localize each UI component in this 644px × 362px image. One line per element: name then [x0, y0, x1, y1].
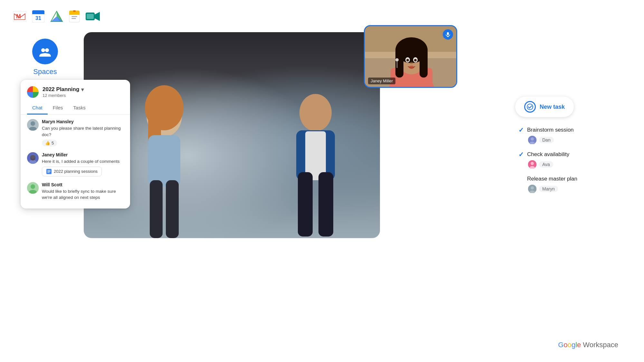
- doc-attachment-icon: [46, 169, 52, 174]
- svg-point-75: [531, 186, 534, 190]
- svg-point-72: [531, 162, 534, 165]
- svg-point-27: [299, 94, 332, 131]
- task-item-availability: ✓ Check availability Ava: [518, 151, 618, 169]
- svg-rect-12: [69, 14, 80, 15]
- svg-marker-17: [95, 12, 100, 21]
- tab-files[interactable]: Files: [48, 102, 68, 115]
- assignee-avatar-ava: [528, 160, 536, 169]
- svg-point-19: [41, 48, 45, 52]
- chat-members-count: 12 members: [43, 93, 124, 98]
- task-assignee-row-1: Dan: [518, 136, 618, 144]
- google-workspace-branding: Google Workspace: [558, 341, 618, 349]
- tab-tasks[interactable]: Tasks: [68, 102, 90, 115]
- svg-rect-40: [47, 170, 51, 171]
- janey-avatar-img: [27, 152, 39, 164]
- svg-point-62: [395, 58, 399, 61]
- people-icon: [38, 44, 52, 59]
- calendar-icon[interactable]: 31: [32, 10, 44, 23]
- keep-icon[interactable]: [69, 10, 80, 23]
- tab-chat[interactable]: Chat: [27, 102, 48, 115]
- svg-point-61: [409, 66, 414, 69]
- new-task-label: New task: [540, 104, 565, 110]
- ava-avatar-img: [528, 160, 536, 169]
- video-name-badge: Janey Miller: [368, 78, 395, 84]
- message-author-janey: Janey Miller: [42, 152, 124, 157]
- task-assignee-row-3: Maryn: [518, 185, 618, 193]
- doc-attachment-label: 2022 planning sessions: [54, 169, 98, 174]
- task-title-brainstorm: Brainstorm session: [527, 127, 574, 133]
- svg-rect-24: [148, 135, 180, 187]
- task-title-release: Release master plan: [527, 176, 577, 182]
- message-text-will: Would like to briefly sync to make sure …: [42, 188, 124, 201]
- svg-rect-25: [150, 180, 163, 238]
- message-text-maryn: Can you please share the latest planning…: [42, 125, 124, 138]
- gmail-icon[interactable]: M: [13, 11, 26, 22]
- svg-rect-18: [87, 14, 94, 19]
- video-call-overlay[interactable]: Janey Miller: [364, 25, 457, 88]
- assignee-avatar-dan: [528, 136, 536, 144]
- task-check-1: ✓: [518, 126, 524, 134]
- maryn-assignee-avatar-img: [528, 185, 536, 193]
- svg-text:31: 31: [35, 15, 41, 21]
- avatar-will: [27, 182, 39, 194]
- video-mic-button[interactable]: [443, 29, 453, 40]
- google-wordmark: Google: [558, 341, 581, 349]
- message-text-janey: Here it is, I added a couple of comments: [42, 158, 124, 165]
- tasks-list: ✓ Brainstorm session Dan ✓ Check availab…: [515, 126, 618, 193]
- svg-rect-14: [71, 18, 76, 19]
- person-right-silhouette: [267, 77, 364, 238]
- message-body-maryn: Maryn Hansley Can you please share the l…: [42, 119, 124, 146]
- task-icon-circle: [524, 101, 536, 113]
- task-title-row-3: ✓ Release master plan: [518, 175, 618, 183]
- svg-point-66: [527, 104, 533, 110]
- svg-rect-13: [71, 16, 77, 17]
- svg-point-59: [414, 59, 417, 61]
- svg-rect-41: [47, 171, 51, 172]
- doc-attachment[interactable]: 2022 planning sessions: [42, 167, 102, 176]
- svg-rect-55: [420, 49, 428, 78]
- svg-point-20: [45, 48, 49, 52]
- avatar-janey: [27, 152, 39, 164]
- svg-rect-26: [166, 180, 179, 238]
- chat-title: 2022 Planning ▾: [43, 86, 124, 93]
- assignee-name-ava: Ava: [539, 161, 553, 168]
- message-item-janey: Janey Miller Here it is, I added a coupl…: [27, 152, 124, 176]
- svg-text:M: M: [16, 13, 21, 20]
- maryn-avatar-img: [27, 119, 39, 131]
- chat-tabs: Chat Files Tasks: [21, 102, 130, 115]
- tasks-panel: New task ✓ Brainstorm session Dan: [515, 97, 618, 193]
- svg-point-60: [410, 62, 413, 64]
- svg-point-44: [31, 184, 35, 189]
- drive-icon[interactable]: [50, 11, 63, 22]
- svg-rect-15: [73, 10, 76, 12]
- svg-point-69: [531, 137, 534, 141]
- dropdown-arrow-icon[interactable]: ▾: [81, 87, 84, 93]
- message-item-will: Will Scott Would like to briefly sync to…: [27, 182, 124, 201]
- task-item-release: ✓ Release master plan Maryn: [518, 175, 618, 193]
- svg-rect-63: [447, 32, 449, 35]
- app-icons-bar: M 31: [13, 10, 100, 23]
- chat-header-text: 2022 Planning ▾ 12 members: [43, 86, 124, 98]
- task-title-availability: Check availability: [527, 151, 569, 158]
- reaction-thumbsup[interactable]: 👍 5: [42, 140, 57, 146]
- chat-title-text: 2022 Planning: [43, 86, 79, 93]
- task-title-row-2: ✓ Check availability: [518, 151, 618, 158]
- avatar-maryn: [27, 119, 39, 131]
- assignee-name-dan: Dan: [539, 137, 554, 143]
- will-avatar-img: [27, 182, 39, 194]
- meet-icon[interactable]: [86, 11, 100, 22]
- svg-rect-31: [318, 172, 333, 237]
- message-body-will: Will Scott Would like to briefly sync to…: [42, 182, 124, 201]
- spaces-icon[interactable]: [32, 39, 58, 64]
- reaction-count: 5: [52, 141, 54, 145]
- task-title-row-1: ✓ Brainstorm session: [518, 126, 618, 134]
- message-author-will: Will Scott: [42, 182, 124, 187]
- message-author-maryn: Maryn Hansley: [42, 119, 124, 124]
- space-color-icon: [27, 86, 39, 98]
- video-inner: Janey Miller: [365, 26, 456, 87]
- new-task-button[interactable]: New task: [515, 97, 574, 117]
- task-checkmark-icon: [527, 104, 533, 110]
- svg-point-58: [406, 59, 409, 61]
- microphone-icon: [445, 32, 450, 37]
- spaces-widget: Spaces: [32, 39, 58, 76]
